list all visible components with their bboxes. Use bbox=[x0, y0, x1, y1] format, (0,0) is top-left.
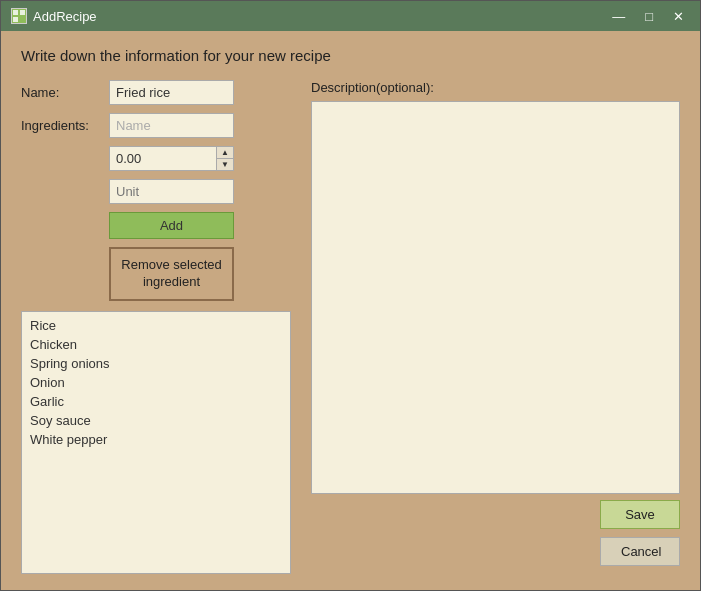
list-item[interactable]: Garlic bbox=[26, 392, 286, 411]
save-button[interactable]: Save bbox=[600, 500, 680, 529]
name-label: Name: bbox=[21, 85, 101, 100]
ingredients-field-row: Ingredients: bbox=[21, 113, 291, 138]
right-panel-inner: Description(optional): bbox=[311, 80, 680, 494]
ingredient-name-input[interactable] bbox=[109, 113, 234, 138]
ingredients-label: Ingredients: bbox=[21, 118, 101, 133]
form-area: Name: Ingredients: ▲ ▼ bbox=[21, 80, 680, 574]
list-item[interactable]: Rice bbox=[26, 316, 286, 335]
app-icon bbox=[11, 8, 27, 24]
quantity-row: ▲ ▼ bbox=[109, 146, 291, 171]
remove-button-line2: ingredient bbox=[143, 274, 200, 289]
list-item[interactable]: White pepper bbox=[26, 430, 286, 449]
content-area: Write down the information for your new … bbox=[1, 31, 700, 590]
remove-button-line1: Remove selected bbox=[121, 257, 221, 272]
list-item[interactable]: Spring onions bbox=[26, 354, 286, 373]
description-textarea[interactable] bbox=[311, 101, 680, 494]
maximize-button[interactable]: □ bbox=[639, 8, 659, 25]
right-panel: Description(optional): Save Cancel bbox=[311, 80, 680, 574]
close-button[interactable]: ✕ bbox=[667, 8, 690, 25]
title-bar: AddRecipe — □ ✕ bbox=[1, 1, 700, 31]
svg-rect-0 bbox=[13, 10, 18, 15]
add-button[interactable]: Add bbox=[109, 212, 234, 239]
ingredients-list[interactable]: RiceChickenSpring onionsOnionGarlicSoy s… bbox=[21, 311, 291, 574]
name-input[interactable] bbox=[109, 80, 234, 105]
svg-rect-1 bbox=[20, 10, 25, 15]
left-panel: Name: Ingredients: ▲ ▼ bbox=[21, 80, 291, 574]
spin-down-button[interactable]: ▼ bbox=[217, 159, 233, 170]
svg-rect-2 bbox=[13, 17, 18, 22]
remove-ingredient-button[interactable]: Remove selected ingredient bbox=[109, 247, 234, 301]
spinbox-controls: ▲ ▼ bbox=[216, 146, 234, 171]
minimize-button[interactable]: — bbox=[606, 8, 631, 25]
spin-up-button[interactable]: ▲ bbox=[217, 147, 233, 159]
list-item[interactable]: Soy sauce bbox=[26, 411, 286, 430]
bottom-buttons: Save Cancel bbox=[311, 500, 680, 574]
list-item[interactable]: Onion bbox=[26, 373, 286, 392]
unit-input[interactable] bbox=[109, 179, 234, 204]
main-window: AddRecipe — □ ✕ Write down the informati… bbox=[0, 0, 701, 591]
description-label: Description(optional): bbox=[311, 80, 680, 95]
list-item[interactable]: Chicken bbox=[26, 335, 286, 354]
title-bar-left: AddRecipe bbox=[11, 8, 97, 24]
title-bar-controls: — □ ✕ bbox=[606, 8, 690, 25]
cancel-button[interactable]: Cancel bbox=[600, 537, 680, 566]
window-title: AddRecipe bbox=[33, 9, 97, 24]
name-field-row: Name: bbox=[21, 80, 291, 105]
quantity-input[interactable] bbox=[109, 146, 216, 171]
page-header: Write down the information for your new … bbox=[21, 47, 680, 64]
